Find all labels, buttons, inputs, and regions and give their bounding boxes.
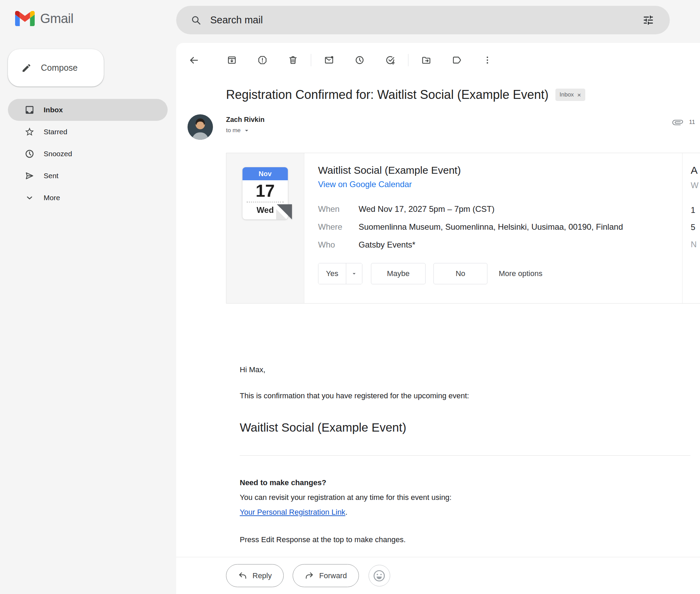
add-to-tasks-icon xyxy=(385,55,395,65)
page-fold-decoration xyxy=(276,204,292,220)
recipient-label: to me xyxy=(226,127,241,134)
email-toolbar xyxy=(176,43,700,77)
search-input[interactable] xyxy=(210,14,642,26)
sidebar-item-inbox[interactable]: Inbox xyxy=(8,99,168,121)
delete-button[interactable] xyxy=(283,50,303,70)
sender-name: Zach Rivkin xyxy=(226,114,700,124)
agenda-fragment: N xyxy=(691,240,700,249)
back-icon xyxy=(189,55,199,66)
personal-registration-link[interactable]: Your Personal Registration Link xyxy=(240,508,345,516)
calendar-month: Nov xyxy=(242,167,288,180)
confirmation-line: This is confirmation that you have regis… xyxy=(240,391,700,401)
chevron-down-icon xyxy=(24,193,35,203)
label-icon xyxy=(452,55,462,65)
link-suffix: . xyxy=(345,508,347,516)
body-divider xyxy=(240,455,690,456)
inbox-label-text: Inbox xyxy=(560,91,574,98)
agenda-panel-clipped: A W 1 5 N xyxy=(682,153,700,303)
rsvp-yes-button[interactable]: Yes xyxy=(318,263,346,284)
caret-down-icon xyxy=(243,127,250,134)
gmail-m-icon xyxy=(15,11,35,26)
archive-button[interactable] xyxy=(222,50,241,70)
sender-row: Zach Rivkin to me 11 xyxy=(176,114,700,143)
inbox-label-chip[interactable]: Inbox × xyxy=(555,89,585,101)
where-label: Where xyxy=(318,221,359,232)
report-spam-button[interactable] xyxy=(253,50,272,70)
compose-button[interactable]: Compose xyxy=(8,49,104,87)
rsvp-no-button[interactable]: No xyxy=(433,263,487,284)
email-timestamp: 11 xyxy=(689,119,695,126)
changes-heading: Need to make changes? xyxy=(240,478,700,488)
snooze-icon xyxy=(354,55,365,65)
gmail-wordmark: Gmail xyxy=(40,11,74,26)
move-to-icon xyxy=(421,55,431,65)
search-options-tune-icon[interactable] xyxy=(642,14,654,26)
sidebar-item-starred[interactable]: Starred xyxy=(8,121,168,143)
back-button[interactable] xyxy=(184,50,203,70)
add-to-tasks-button[interactable] xyxy=(381,50,400,70)
email-subject: Registration Confirmed for: Waitlist Soc… xyxy=(226,86,549,103)
emoji-reaction-button[interactable] xyxy=(369,565,390,586)
greeting-line: Hi Max, xyxy=(240,365,700,375)
where-value: Suomenlinna Museum, Suomenlinna, Helsink… xyxy=(359,221,623,232)
who-value: Gatsby Events* xyxy=(359,239,415,250)
search-icon xyxy=(191,15,201,25)
star-icon xyxy=(24,127,35,137)
sidebar-item-label: Sent xyxy=(44,172,58,180)
avatar-portrait xyxy=(188,114,213,140)
sidebar-item-snoozed[interactable]: Snoozed xyxy=(8,143,168,165)
sidebar-item-label: Inbox xyxy=(44,106,63,114)
calendar-date-panel: Nov 17 Wed xyxy=(226,153,304,303)
compose-label: Compose xyxy=(41,63,78,73)
sender-avatar[interactable] xyxy=(188,114,213,140)
sidebar-item-sent[interactable]: Sent xyxy=(8,165,168,187)
changes-line: You can revisit your registration at any… xyxy=(240,492,700,503)
when-label: When xyxy=(318,204,359,214)
archive-icon xyxy=(227,55,237,65)
send-icon xyxy=(24,171,35,181)
search-bar[interactable] xyxy=(176,6,670,34)
delete-icon xyxy=(288,55,298,65)
agenda-fragment: A xyxy=(691,163,700,177)
more-vert-icon xyxy=(482,55,493,65)
snooze-button[interactable] xyxy=(350,50,369,70)
who-label: Who xyxy=(318,239,359,250)
toolbar-divider xyxy=(311,54,311,66)
label-button[interactable] xyxy=(447,50,466,70)
sidebar-item-label: Starred xyxy=(44,128,67,136)
mark-unread-icon xyxy=(324,55,334,65)
calendar-day: 17 xyxy=(242,180,288,202)
sidebar-item-more[interactable]: More xyxy=(8,187,168,209)
gmail-logo: Gmail xyxy=(15,11,74,26)
event-when-row: When Wed Nov 17, 2027 5pm – 7pm (CST) xyxy=(318,204,682,214)
caret-down-icon xyxy=(351,270,358,277)
clock-icon xyxy=(24,149,35,159)
rsvp-yes-dropdown[interactable] xyxy=(346,263,362,284)
edit-response-line: Press Edit Response at the top to make c… xyxy=(240,535,700,545)
toolbar-divider xyxy=(408,54,408,66)
agenda-fragment: W xyxy=(691,181,700,190)
rsvp-more-options-link[interactable]: More options xyxy=(499,269,542,278)
sidebar-item-label: Snoozed xyxy=(44,150,72,158)
event-who-row: Who Gatsby Events* xyxy=(318,239,682,250)
calendar-event-card: Nov 17 Wed Waitlist Social (Example Even… xyxy=(226,153,700,304)
agenda-fragment: 1 xyxy=(691,205,700,215)
view-on-google-calendar-link[interactable]: View on Google Calendar xyxy=(318,180,412,189)
sidebar-item-label: More xyxy=(44,194,60,202)
recipient-details-toggle[interactable]: to me xyxy=(226,127,700,134)
report-spam-icon xyxy=(257,55,268,65)
more-options-button[interactable] xyxy=(478,50,497,70)
mark-unread-button[interactable] xyxy=(319,50,339,70)
move-to-button[interactable] xyxy=(417,50,436,70)
forward-button[interactable]: Forward xyxy=(293,564,359,587)
forward-arrow-icon xyxy=(305,571,314,580)
rsvp-maybe-button[interactable]: Maybe xyxy=(371,263,426,284)
reply-button[interactable]: Reply xyxy=(226,564,284,587)
attachment-paperclip-icon xyxy=(672,116,684,128)
remove-label-icon[interactable]: × xyxy=(577,92,581,98)
event-details: Waitlist Social (Example Event) View on … xyxy=(304,153,682,303)
when-value: Wed Nov 17, 2027 5pm – 7pm (CST) xyxy=(359,204,495,214)
event-where-row: Where Suomenlinna Museum, Suomenlinna, H… xyxy=(318,221,682,232)
calendar-date-tile: Nov 17 Wed xyxy=(242,167,288,219)
reply-label: Reply xyxy=(252,571,272,580)
